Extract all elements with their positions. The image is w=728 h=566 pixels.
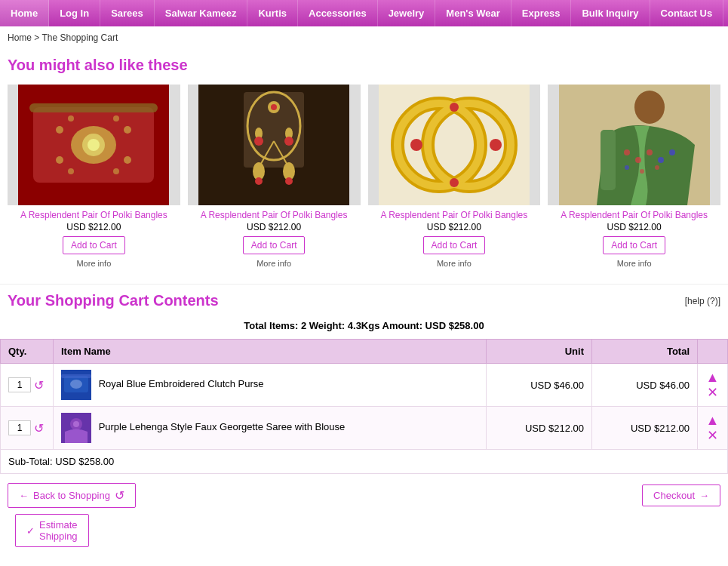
subtotal-cell: Sub-Total: USD $258.00 <box>1 450 728 474</box>
subtotal-row: Sub-Total: USD $258.00 <box>1 450 728 474</box>
svg-rect-53 <box>61 374 91 378</box>
checkout-label: Checkout <box>653 490 695 501</box>
cart-section-title: Your Shopping Cart Contents <box>8 292 219 309</box>
add-to-cart-btn-4[interactable]: Add to Cart <box>603 236 665 254</box>
recommendations-title: You might also like these <box>0 49 728 78</box>
svg-point-42 <box>624 149 630 155</box>
cart-row-2-delete: ▲ ✕ <box>698 407 728 450</box>
more-info-2[interactable]: More info <box>256 259 291 268</box>
svg-point-11 <box>68 168 74 174</box>
cart-header: Your Shopping Cart Contents [help (?)] <box>0 284 728 312</box>
svg-point-22 <box>284 137 293 146</box>
svg-point-46 <box>669 149 675 155</box>
svg-point-52 <box>70 380 82 389</box>
nav-salwar-kameez[interactable]: Salwar Kameez <box>155 0 248 26</box>
svg-point-10 <box>113 115 119 122</box>
col-action <box>698 340 728 364</box>
nav-kurtis[interactable]: Kurtis <box>247 0 298 26</box>
nav-jewelry[interactable]: Jewelry <box>378 0 436 26</box>
estimate-shipping-button[interactable]: ✓ EstimateShipping <box>15 514 89 547</box>
nav-contact-us[interactable]: Contact Us <box>650 0 724 26</box>
rec-title-2: A Resplendent Pair Of Polki Bangles <box>188 210 361 220</box>
recommendations-list: A Resplendent Pair Of Polki Bangles USD … <box>0 78 728 281</box>
svg-rect-41 <box>601 130 616 190</box>
svg-point-34 <box>410 139 422 151</box>
rec-title-4: A Resplendent Pair Of Polki Bangles <box>548 210 720 220</box>
add-to-cart-btn-2[interactable]: Add to Cart <box>243 236 306 254</box>
breadcrumb: Home > The Shopping Cart <box>0 26 728 49</box>
cart-row-1-unit: USD $46.00 <box>487 364 592 407</box>
svg-point-27 <box>255 177 263 185</box>
rec-img-3[interactable] <box>368 85 541 205</box>
cart-actions: ← Back to Shopping ↺ Checkout → <box>0 474 728 514</box>
cart-row-1: ↺ Royal Blue Embroidered Clutch Purse US… <box>1 364 728 407</box>
more-info-1[interactable]: More info <box>76 259 111 268</box>
move-up-icon-1[interactable]: ▲ <box>706 371 720 384</box>
rec-item-2: A Resplendent Pair Of Polki Bangles USD … <box>188 85 361 269</box>
rec-img-4[interactable] <box>548 85 720 205</box>
rec-title-1: A Resplendent Pair Of Polki Bangles <box>8 210 180 220</box>
svg-point-21 <box>254 137 263 146</box>
rec-price-1: USD $212.00 <box>8 222 180 232</box>
cart-row-2: ↺ Purple Lehenga Style Faux Georgette Sa… <box>1 407 728 450</box>
breadcrumb-separator: > <box>34 32 39 43</box>
cart-row-1-item: Royal Blue Embroidered Clutch Purse <box>54 364 487 407</box>
breadcrumb-home[interactable]: Home <box>8 32 32 43</box>
qty-input-2[interactable] <box>8 420 31 435</box>
rec-item-1: A Resplendent Pair Of Polki Bangles USD … <box>8 85 180 269</box>
svg-point-35 <box>490 139 502 151</box>
main-nav: Home Log In Sarees Salwar Kameez Kurtis … <box>0 0 728 26</box>
refresh-icon-1[interactable]: ↺ <box>34 378 44 392</box>
rec-item-4: A Resplendent Pair Of Polki Bangles USD … <box>548 85 720 269</box>
svg-point-40 <box>634 91 665 124</box>
cart-row-1-total: USD $46.00 <box>592 364 698 407</box>
move-up-icon-2[interactable]: ▲ <box>706 414 720 427</box>
rec-img-1[interactable] <box>8 85 180 205</box>
cart-row-2-total: USD $212.00 <box>592 407 698 450</box>
add-to-cart-btn-3[interactable]: Add to Cart <box>423 236 486 254</box>
col-unit: Unit <box>487 340 592 364</box>
refresh-icon-2[interactable]: ↺ <box>34 421 44 435</box>
estimate-shipping-label: EstimateShipping <box>39 519 78 542</box>
svg-point-37 <box>450 178 459 187</box>
svg-point-56 <box>73 421 79 427</box>
nav-login[interactable]: Log In <box>49 0 100 26</box>
svg-point-28 <box>285 177 293 185</box>
cart-row-2-name: Purple Lehenga Style Faux Georgette Sare… <box>99 421 346 432</box>
nav-sarees[interactable]: Sarees <box>100 0 155 26</box>
rec-title-3: A Resplendent Pair Of Polki Bangles <box>368 210 541 220</box>
checkout-button[interactable]: Checkout → <box>642 484 720 506</box>
svg-point-48 <box>640 169 644 174</box>
svg-point-45 <box>658 157 664 163</box>
delete-icon-2[interactable]: ✕ <box>707 429 718 442</box>
rec-price-3: USD $212.00 <box>368 222 541 232</box>
delete-icon-1[interactable]: ✕ <box>707 386 718 399</box>
nav-mens-wear[interactable]: Men's Wear <box>435 0 511 26</box>
more-info-3[interactable]: More info <box>437 259 472 268</box>
nav-express[interactable]: Express <box>511 0 572 26</box>
checkout-arrow-icon: → <box>699 490 709 501</box>
cart-row-2-unit: USD $212.00 <box>487 407 592 450</box>
cart-row-1-name: Royal Blue Embroidered Clutch Purse <box>99 378 264 389</box>
more-info-4[interactable]: More info <box>617 259 652 268</box>
svg-rect-13 <box>29 103 158 112</box>
col-qty: Qty. <box>1 340 54 364</box>
back-arrow-icon: ← <box>19 490 29 501</box>
col-item-name: Item Name <box>54 340 487 364</box>
add-to-cart-btn-1[interactable]: Add to Cart <box>63 236 125 254</box>
svg-point-43 <box>635 157 641 163</box>
refresh-back-icon: ↺ <box>115 488 124 503</box>
nav-accessories[interactable]: Accessories <box>298 0 378 26</box>
svg-point-8 <box>124 156 131 164</box>
back-to-shopping-button[interactable]: ← Back to Shopping ↺ <box>8 483 136 508</box>
rec-img-2[interactable] <box>188 85 361 205</box>
qty-input-1[interactable] <box>8 377 31 392</box>
cart-row-2-qty: ↺ <box>1 407 54 450</box>
nav-home[interactable]: Home <box>0 0 49 26</box>
svg-point-49 <box>655 165 659 170</box>
cart-row-2-item: Purple Lehenga Style Faux Georgette Sare… <box>54 407 487 450</box>
help-link[interactable]: [help (?)] <box>685 296 720 306</box>
nav-bulk-inquiry[interactable]: Bulk Inquiry <box>571 0 650 26</box>
cart-row-1-qty: ↺ <box>1 364 54 407</box>
rec-price-4: USD $212.00 <box>548 222 720 232</box>
